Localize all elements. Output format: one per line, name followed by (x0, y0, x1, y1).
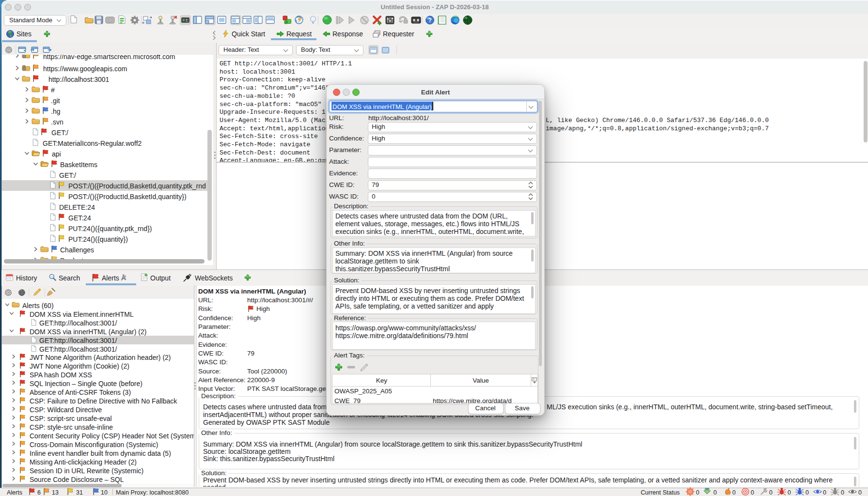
svg-text:T.: T. (186, 19, 189, 22)
svg-text:?: ? (428, 17, 432, 24)
